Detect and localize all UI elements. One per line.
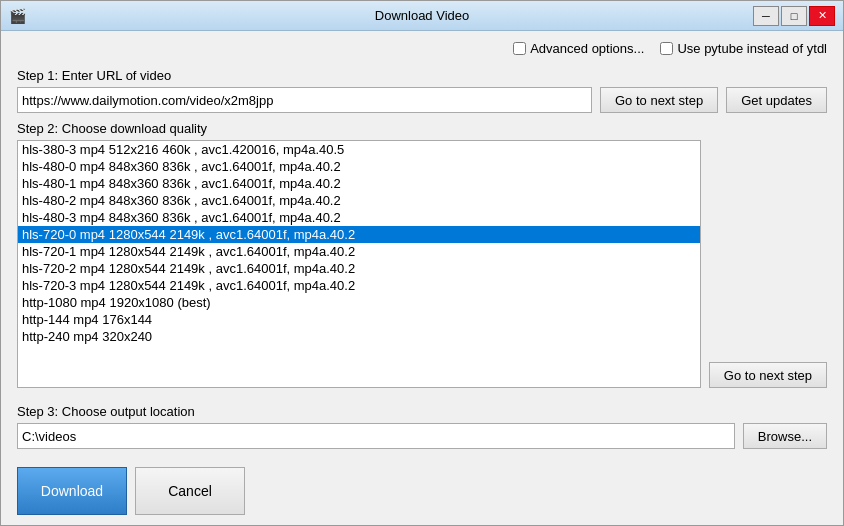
pytube-checkbox[interactable] <box>660 42 673 55</box>
step3-label: Step 3: Choose output location <box>17 404 827 419</box>
minimize-button[interactable]: ─ <box>753 6 779 26</box>
step1-section: Step 1: Enter URL of video Go to next st… <box>17 68 827 113</box>
window-controls: ─ □ ✕ <box>753 6 835 26</box>
title-bar-left: 🎬 <box>9 8 32 24</box>
get-updates-button[interactable]: Get updates <box>726 87 827 113</box>
window-title: Download Video <box>375 8 469 23</box>
maximize-button[interactable]: □ <box>781 6 807 26</box>
pytube-group: Use pytube instead of ytdl <box>660 41 827 56</box>
cancel-button[interactable]: Cancel <box>135 467 245 515</box>
advanced-options-label: Advanced options... <box>530 41 644 56</box>
step2-next-button[interactable]: Go to next step <box>709 362 827 388</box>
title-bar: 🎬 Download Video ─ □ ✕ <box>1 1 843 31</box>
list-item[interactable]: http-1080 mp4 1920x1080 (best) <box>18 294 700 311</box>
list-item[interactable]: hls-380-3 mp4 512x216 460k , avc1.420016… <box>18 141 700 158</box>
top-options-row: Advanced options... Use pytube instead o… <box>17 41 827 56</box>
download-button[interactable]: Download <box>17 467 127 515</box>
path-row: Browse... <box>17 423 827 449</box>
list-item[interactable]: http-240 mp4 320x240 <box>18 328 700 345</box>
list-item[interactable]: hls-720-2 mp4 1280x544 2149k , avc1.6400… <box>18 260 700 277</box>
pytube-label: Use pytube instead of ytdl <box>677 41 827 56</box>
step1-next-button[interactable]: Go to next step <box>600 87 718 113</box>
list-item[interactable]: hls-480-3 mp4 848x360 836k , avc1.64001f… <box>18 209 700 226</box>
list-item[interactable]: hls-480-0 mp4 848x360 836k , avc1.64001f… <box>18 158 700 175</box>
url-input[interactable] <box>17 87 592 113</box>
window-icon: 🎬 <box>9 8 26 24</box>
step3-section: Step 3: Choose output location Browse... <box>17 404 827 449</box>
content-area: Advanced options... Use pytube instead o… <box>1 31 843 525</box>
step1-label: Step 1: Enter URL of video <box>17 68 827 83</box>
browse-button[interactable]: Browse... <box>743 423 827 449</box>
advanced-options-group: Advanced options... <box>513 41 644 56</box>
list-item[interactable]: hls-720-1 mp4 1280x544 2149k , avc1.6400… <box>18 243 700 260</box>
list-item[interactable]: hls-480-1 mp4 848x360 836k , avc1.64001f… <box>18 175 700 192</box>
action-row: Download Cancel <box>17 467 827 515</box>
quality-list-container: hls-380-3 mp4 512x216 460k , avc1.420016… <box>17 140 827 388</box>
list-item[interactable]: hls-720-0 mp4 1280x544 2149k , avc1.6400… <box>18 226 700 243</box>
output-path-input[interactable] <box>17 423 735 449</box>
step2-label: Step 2: Choose download quality <box>17 121 827 136</box>
url-row: Go to next step Get updates <box>17 87 827 113</box>
main-window: 🎬 Download Video ─ □ ✕ Advanced options.… <box>0 0 844 526</box>
list-item[interactable]: hls-720-3 mp4 1280x544 2149k , avc1.6400… <box>18 277 700 294</box>
list-item[interactable]: http-144 mp4 176x144 <box>18 311 700 328</box>
close-button[interactable]: ✕ <box>809 6 835 26</box>
quality-list[interactable]: hls-380-3 mp4 512x216 460k , avc1.420016… <box>17 140 701 388</box>
list-side: Go to next step <box>709 140 827 388</box>
advanced-options-checkbox[interactable] <box>513 42 526 55</box>
step2-section: Step 2: Choose download quality hls-380-… <box>17 121 827 388</box>
list-item[interactable]: hls-480-2 mp4 848x360 836k , avc1.64001f… <box>18 192 700 209</box>
